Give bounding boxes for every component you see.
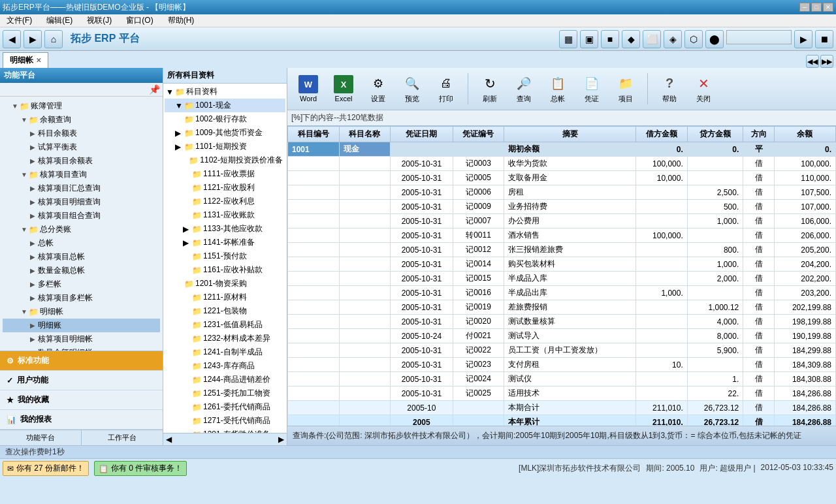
acct-1121[interactable]: 📁 1121-应收股利 bbox=[165, 181, 285, 195]
nav-right-icon[interactable]: ▶ bbox=[278, 435, 284, 444]
sidebar-item-project-balance[interactable]: ▶ 核算项目余额表 bbox=[3, 154, 160, 168]
voucher-button[interactable]: 📄 凭证 bbox=[577, 71, 607, 107]
acct-1161[interactable]: 📁 1161-应收补贴款 bbox=[165, 263, 285, 277]
sidebar-item-project-query[interactable]: ▼ 📁 核算项目查询 bbox=[3, 168, 160, 181]
query-button[interactable]: 🔎 查询 bbox=[509, 71, 539, 107]
sidebar-item-balance-query[interactable]: ▼ 📁 余额查询 bbox=[3, 113, 160, 127]
nav-tool4[interactable]: ◆ bbox=[622, 30, 640, 48]
nav-forward-btn[interactable]: ▶ bbox=[24, 30, 42, 48]
sidebar-pin-icon[interactable]: 📌 bbox=[149, 84, 160, 95]
print-button[interactable]: 🖨 打印 bbox=[431, 71, 461, 107]
sidebar-item-bookkeeping[interactable]: ▼ 📁 账簿管理 bbox=[3, 99, 160, 113]
excel-button[interactable]: X Excel bbox=[328, 72, 359, 106]
table-row[interactable]: 2005-10-31记0012张三报销差旅费800.借205,200. bbox=[288, 243, 836, 257]
close-btn[interactable]: ✕ bbox=[823, 3, 833, 12]
table-row[interactable]: 2005-10-31记0007办公费用1,000.借106,000. bbox=[288, 214, 836, 228]
table-row[interactable]: 2005-10-31记0023支付房租10.借184,309.88 bbox=[288, 358, 836, 372]
data-table-wrap[interactable]: 科目编号 科目名称 凭证日期 凭证编号 摘要 借方金额 贷方金额 方向 余额 1… bbox=[287, 126, 836, 426]
nav-play[interactable]: ▶ bbox=[794, 30, 812, 48]
sidebar-bottom-user[interactable]: ✓ 用户功能 bbox=[0, 371, 163, 390]
settings-button[interactable]: ⚙ 设置 bbox=[363, 71, 393, 107]
sidebar-item-subject-balance[interactable]: ▶ 科目余额表 bbox=[3, 127, 160, 140]
acct-1281[interactable]: 📁 1281-存货跌价准备 bbox=[165, 428, 285, 433]
project-button[interactable]: 📁 项目 bbox=[611, 71, 641, 107]
sidebar-tab-function[interactable]: 功能平台 bbox=[0, 430, 82, 445]
sidebar-item-qty-ledger[interactable]: ▶ 数量金额总帐 bbox=[3, 264, 160, 277]
acct-1232[interactable]: 📁 1232-材料成本差异 bbox=[165, 332, 285, 345]
menu-view[interactable]: 视联(J) bbox=[83, 14, 116, 27]
help-button[interactable]: ? 帮助 bbox=[654, 71, 684, 107]
nav-tool1[interactable]: ▦ bbox=[559, 30, 577, 48]
sidebar-item-project-multicolumn[interactable]: ▶ 核算项目多栏帐 bbox=[3, 291, 160, 305]
table-row[interactable]: 2005-10-31记0009业务招待费500.借107,000. bbox=[288, 200, 836, 214]
acct-1002[interactable]: 📁 1002-银行存款 bbox=[165, 112, 285, 126]
sidebar-item-qty-detail-acct[interactable]: ▶ 数量金额明细帐 bbox=[3, 346, 160, 351]
table-row[interactable]: 2005-10-31转0011酒水销售100,000.借206,000. bbox=[288, 228, 836, 243]
table-row[interactable]: 2005-10-31记0022员工工资（月中工资发放）5,900.借184,29… bbox=[288, 343, 836, 358]
table-row[interactable]: 2005-10-31记0015半成品入库2,000.借202,200. bbox=[288, 272, 836, 286]
table-row[interactable]: 2005-10-31记0014购买包装材料1,000.借204,200. bbox=[288, 257, 836, 272]
sidebar-item-detail-account[interactable]: ▶ 明细账 bbox=[3, 319, 160, 332]
acct-1101[interactable]: ▶ 📁 1101-短期投资 bbox=[165, 140, 285, 153]
table-row[interactable]: 2005-10-31记0016半成品出库1,000.借203,200. bbox=[288, 286, 836, 300]
sidebar-item-detail-ledger-folder[interactable]: ▼ 📁 明细帐 bbox=[3, 305, 160, 319]
sidebar-item-project-ledger[interactable]: ▶ 核算项目总帐 bbox=[3, 250, 160, 264]
sidebar-tab-work[interactable]: 工作平台 bbox=[82, 430, 163, 445]
sidebar-item-project-summary[interactable]: ▶ 核算项目汇总查询 bbox=[3, 181, 160, 195]
table-row[interactable]: 2005-10本期合计211,010.26,723.12借184,286.88 bbox=[288, 401, 836, 415]
table-row[interactable]: 1001现金期初余额0.0.平0. bbox=[288, 142, 836, 157]
tab-close-btn[interactable]: ✕ bbox=[36, 57, 41, 64]
nav-stop[interactable]: ⏹ bbox=[815, 30, 833, 48]
word-button[interactable]: W Word bbox=[293, 72, 324, 106]
acct-1221[interactable]: 📁 1221-包装物 bbox=[165, 304, 285, 318]
table-row[interactable]: 2005-10-31记0025适用技术22.借184,286.88 bbox=[288, 386, 836, 401]
menu-file[interactable]: 文件(F) bbox=[3, 14, 36, 27]
acct-1111[interactable]: 📁 1111-应收票据 bbox=[165, 167, 285, 181]
mail-notification[interactable]: ✉ 你有 27 份新邮件！ bbox=[3, 461, 89, 476]
minimize-btn[interactable]: ─ bbox=[799, 3, 810, 12]
sidebar-item-multicolumn[interactable]: ▶ 多栏帐 bbox=[3, 277, 160, 291]
acct-1211[interactable]: 📁 1211-原材料 bbox=[165, 291, 285, 304]
table-row[interactable]: 2005-10-31记0019差旅费报销1,000.12借202,199.88 bbox=[288, 300, 836, 315]
nav-left-icon[interactable]: ◀ bbox=[166, 435, 172, 444]
sidebar-item-general-ledger[interactable]: ▼ 📁 总分类账 bbox=[3, 223, 160, 236]
acct-1271[interactable]: 📁 1271-受托代销商品 bbox=[165, 414, 285, 428]
acct-1133[interactable]: ▶ 📁 1133-其他应收款 bbox=[165, 222, 285, 236]
nav-tool7[interactable]: ⬡ bbox=[684, 30, 703, 48]
tab-prev-btn[interactable]: ◀◀ bbox=[806, 55, 819, 68]
nav-tool8[interactable]: ⬤ bbox=[705, 30, 724, 48]
nav-tool3[interactable]: ■ bbox=[601, 30, 619, 48]
acct-1141[interactable]: ▶ 📁 1141-坏帐准备 bbox=[165, 236, 285, 249]
table-row[interactable]: 2005本年累计211,010.26,723.12借184,286.88 bbox=[288, 415, 836, 426]
table-row[interactable]: 2005-10-31记0024测试仪1.借184,308.88 bbox=[288, 372, 836, 386]
table-row[interactable]: 2005-10-24付0021测试导入8,000.借190,199.88 bbox=[288, 329, 836, 343]
acct-1151[interactable]: 📁 1151-预付款 bbox=[165, 249, 285, 263]
table-row[interactable]: 2005-10-31记0005支取备用金10,000.借110,000. bbox=[288, 171, 836, 185]
tab-detail-ledger[interactable]: 明细帐 ✕ bbox=[3, 52, 48, 68]
acct-1102[interactable]: 📁 1102-短期投资跌价准备 bbox=[165, 153, 285, 167]
nav-tool6[interactable]: ◈ bbox=[664, 30, 682, 48]
sidebar-item-project-combo[interactable]: ▶ 核算项目组合查询 bbox=[3, 209, 160, 223]
nav-back-btn[interactable]: ◀ bbox=[3, 30, 21, 48]
acct-1122[interactable]: 📁 1122-应收利息 bbox=[165, 195, 285, 208]
nav-tool5[interactable]: ⬜ bbox=[643, 30, 661, 48]
refresh-button[interactable]: ↻ 刷新 bbox=[475, 71, 505, 107]
menu-edit[interactable]: 编辑(E) bbox=[42, 14, 76, 27]
nav-home-btn[interactable]: ⌂ bbox=[44, 30, 63, 48]
sidebar-item-trial-balance[interactable]: ▶ 试算平衡表 bbox=[3, 140, 160, 154]
maximize-btn[interactable]: □ bbox=[811, 3, 822, 12]
nav-search-box[interactable] bbox=[726, 30, 792, 44]
audit-notification[interactable]: 📋 你有 0 件审核事务！ bbox=[94, 461, 187, 476]
sidebar-bottom-favorites[interactable]: ★ 我的收藏 bbox=[0, 390, 163, 410]
sidebar-item-project-detail[interactable]: ▶ 核算项目明细查询 bbox=[3, 195, 160, 209]
acct-1251[interactable]: 📁 1251-委托加工物资 bbox=[165, 386, 285, 400]
acct-1131[interactable]: 📁 1131-应收账款 bbox=[165, 208, 285, 222]
acct-1261[interactable]: 📁 1261-委托代销商品 bbox=[165, 400, 285, 414]
acct-1243[interactable]: 📁 1243-库存商品 bbox=[165, 359, 285, 373]
acct-1244[interactable]: 📁 1244-商品进销差价 bbox=[165, 373, 285, 386]
acct-1009[interactable]: ▶ 📁 1009-其他货币资金 bbox=[165, 126, 285, 140]
menu-help[interactable]: 帮助(H) bbox=[164, 14, 199, 27]
sidebar-item-ledger[interactable]: ▶ 总帐 bbox=[3, 236, 160, 250]
acct-1241[interactable]: 📁 1241-自制半成品 bbox=[165, 345, 285, 359]
menu-window[interactable]: 窗口(O) bbox=[122, 14, 157, 27]
